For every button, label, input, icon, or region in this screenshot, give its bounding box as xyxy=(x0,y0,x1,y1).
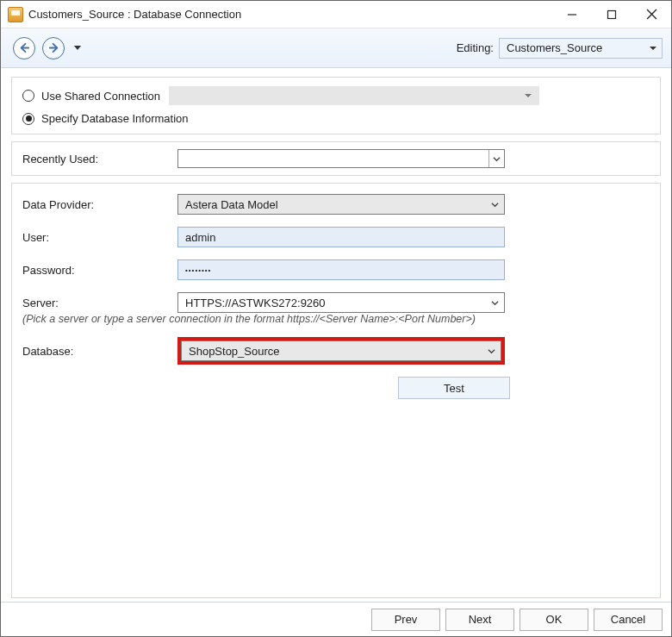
data-provider-label: Data Provider: xyxy=(22,198,177,211)
user-row: User: admin xyxy=(22,227,650,247)
server-row: Server: HTTPS://ASTWKS272:9260 xyxy=(22,292,650,313)
server-hint: (Pick a server or type a server connecti… xyxy=(22,313,650,325)
chevron-down-icon xyxy=(491,195,499,214)
nav-history-dropdown[interactable] xyxy=(73,45,82,52)
password-value: •••••••• xyxy=(185,266,211,274)
ok-button[interactable]: OK xyxy=(520,609,588,631)
test-row: Test xyxy=(22,377,650,399)
nav-forward-button[interactable] xyxy=(42,37,65,59)
database-row: Database: ShopStop_Source xyxy=(22,337,650,365)
editing-label: Editing: xyxy=(457,41,494,54)
editing-object-value: Customers_Source xyxy=(507,41,602,54)
chevron-down-icon xyxy=(488,150,504,167)
dialog-window: Customers_Source : Database Connection E… xyxy=(0,0,672,637)
prev-button[interactable]: Prev xyxy=(371,609,440,631)
window-title: Customers_Source : Database Connection xyxy=(28,8,241,21)
user-label: User: xyxy=(22,231,177,244)
database-label: Database: xyxy=(22,345,177,358)
server-input[interactable]: HTTPS://ASTWKS272:9260 xyxy=(177,292,505,313)
nav-back-button[interactable] xyxy=(13,37,35,59)
maximize-button[interactable] xyxy=(592,1,632,28)
app-icon xyxy=(8,7,23,22)
connection-details-group: Data Provider: Astera Data Model User: a… xyxy=(11,183,661,598)
specify-db-row: Specify Database Information xyxy=(22,112,650,125)
use-shared-connection-label: Use Shared Connection xyxy=(41,90,160,103)
shared-connection-select[interactable] xyxy=(169,86,539,105)
specify-db-label: Specify Database Information xyxy=(41,112,189,125)
user-input[interactable]: admin xyxy=(177,227,505,247)
chevron-down-icon xyxy=(491,293,499,312)
cancel-button[interactable]: Cancel xyxy=(594,609,663,631)
recently-used-select[interactable] xyxy=(177,149,505,168)
server-label: Server: xyxy=(22,297,177,309)
chevron-down-icon xyxy=(488,341,495,360)
editing-object-select[interactable]: Customers_Source xyxy=(499,38,663,59)
toolbar: Editing: Customers_Source xyxy=(1,28,671,68)
use-shared-connection-radio[interactable] xyxy=(22,90,34,102)
data-provider-value: Astera Data Model xyxy=(185,198,278,211)
close-button[interactable] xyxy=(632,1,671,28)
dialog-footer: Prev Next OK Cancel xyxy=(1,602,671,636)
database-value: ShopStop_Source xyxy=(189,345,280,358)
data-provider-row: Data Provider: Astera Data Model xyxy=(22,194,650,215)
minimize-button[interactable] xyxy=(552,1,592,28)
use-shared-connection-row: Use Shared Connection xyxy=(22,86,650,105)
recently-used-group: Recently Used: xyxy=(11,141,661,176)
recently-used-label: Recently Used: xyxy=(22,153,177,165)
password-input[interactable]: •••••••• xyxy=(177,259,505,280)
svg-rect-1 xyxy=(608,10,616,18)
test-button-label: Test xyxy=(444,382,464,395)
password-label: Password: xyxy=(22,264,177,277)
dialog-body: Use Shared Connection Specify Database I… xyxy=(1,68,671,602)
connection-mode-group: Use Shared Connection Specify Database I… xyxy=(11,77,661,134)
titlebar: Customers_Source : Database Connection xyxy=(1,1,671,28)
window-controls xyxy=(552,1,671,28)
next-button[interactable]: Next xyxy=(445,609,514,631)
svg-marker-6 xyxy=(74,46,81,50)
password-row: Password: •••••••• xyxy=(22,259,650,280)
data-provider-select[interactable]: Astera Data Model xyxy=(177,194,505,215)
database-highlight: ShopStop_Source xyxy=(177,337,505,365)
test-connection-button[interactable]: Test xyxy=(398,377,510,399)
user-value: admin xyxy=(185,231,215,244)
server-value: HTTPS://ASTWKS272:9260 xyxy=(185,297,326,309)
database-select[interactable]: ShopStop_Source xyxy=(181,340,501,361)
specify-db-radio[interactable] xyxy=(22,113,34,125)
